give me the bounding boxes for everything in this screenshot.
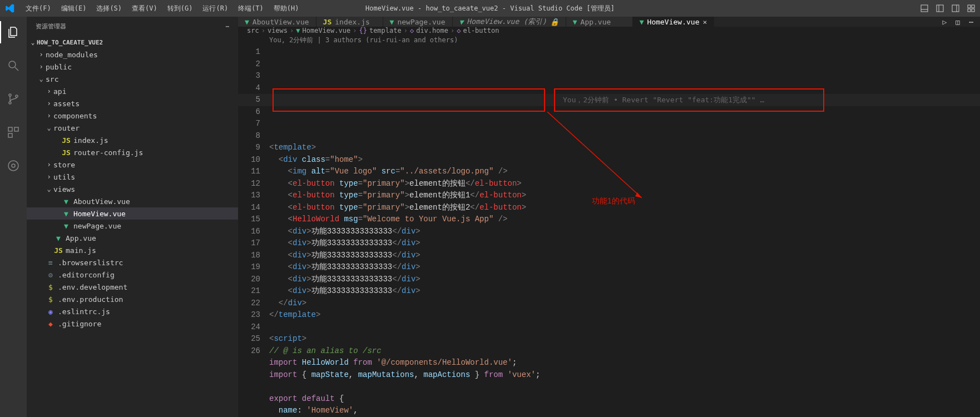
tree-item-AboutView.vue[interactable]: ▼AboutView.vue	[27, 195, 238, 207]
chevron-icon: ›	[44, 87, 53, 95]
activity-explorer[interactable]	[0, 21, 27, 43]
label: views	[53, 185, 75, 193]
tree-item-.env.development[interactable]: $.env.development	[27, 281, 238, 293]
activity-gitlens[interactable]	[0, 155, 27, 177]
tree-item-.browserslistrc[interactable]: ≡.browserslistrc	[27, 256, 238, 269]
breadcrumb-item[interactable]: ◇ el-button	[457, 27, 499, 34]
code-line-16[interactable]	[269, 321, 980, 334]
activity-extensions[interactable]	[0, 121, 27, 143]
code-line-9[interactable]: <div>功能33333333333333</div>	[269, 237, 980, 250]
svg-point-12	[9, 94, 11, 96]
code-line-11[interactable]: <div>功能33333333333333</div>	[269, 261, 980, 274]
tree-item-components[interactable]: ›components	[27, 110, 238, 122]
tree-item-node_modules[interactable]: ›node_modules	[27, 48, 238, 61]
code-line-12[interactable]: <div>功能33333333333333</div>	[269, 274, 980, 286]
code-line-19[interactable]: import HelloWorld from '@/components/Hel…	[269, 357, 980, 369]
code-line-18[interactable]: // @ is an alias to /src	[269, 345, 980, 358]
breadcrumb-item[interactable]: {} template	[359, 27, 401, 34]
tree-item-router[interactable]: ⌄router	[27, 122, 238, 134]
run-icon[interactable]: ▷	[943, 18, 947, 26]
code-line-1[interactable]: <template>	[269, 142, 980, 154]
code-line-23[interactable]: name: 'HomeView',	[269, 405, 980, 417]
svg-point-13	[9, 102, 11, 104]
layout-side-right-icon[interactable]	[951, 4, 960, 13]
tree-item-main.js[interactable]: JSmain.js	[27, 244, 238, 256]
code-content[interactable]: You，2分钟前 • Revert "Revert "feat:功能1完成"" …	[269, 46, 980, 417]
activity-scm[interactable]	[0, 88, 27, 110]
vue-icon: ▼	[245, 18, 249, 26]
label: assets	[53, 100, 80, 108]
tree-item-views[interactable]: ⌄views	[27, 183, 238, 195]
menu-文件(F)[interactable]: 文件(F)	[21, 2, 56, 16]
tree-item-.env.production[interactable]: $.env.production	[27, 293, 238, 305]
breadcrumb-item[interactable]: views	[268, 27, 288, 34]
tree-item-index.js[interactable]: JSindex.js	[27, 134, 238, 146]
svg-rect-2	[937, 5, 943, 12]
tree-item-.gitignore[interactable]: ◆.gitignore	[27, 317, 238, 330]
menu-选择(S)[interactable]: 选择(S)	[92, 2, 126, 16]
code-line-13[interactable]: <div>功能33333333333333</div>	[269, 285, 980, 297]
breadcrumb-item[interactable]: ▼ HomeView.vue	[296, 27, 350, 34]
activity-search[interactable]	[0, 54, 27, 77]
tree-item-api[interactable]: ›api	[27, 85, 238, 97]
menu-帮助(H)[interactable]: 帮助(H)	[269, 2, 304, 16]
code-line-2[interactable]: <div class="home">	[269, 154, 980, 166]
layout-side-left-icon[interactable]	[936, 4, 944, 13]
tree-item-HomeView.vue[interactable]: ▼HomeView.vue	[27, 207, 238, 220]
chevron-icon: ›	[44, 112, 53, 120]
split-icon[interactable]: ◫	[956, 18, 960, 26]
menu-终端(T)[interactable]: 终端(T)	[234, 2, 268, 16]
close-icon[interactable]: ×	[702, 18, 707, 26]
breadcrumb-item[interactable]: ◇ div.home	[410, 27, 448, 34]
code-line-21[interactable]	[269, 381, 980, 393]
menu-编辑(E)[interactable]: 编辑(E)	[57, 2, 91, 16]
tree-item-App.vue[interactable]: ▼App.vue	[27, 232, 238, 244]
label: .editorconfig	[58, 271, 115, 279]
code-line-20[interactable]: import { mapState, mapMutations, mapActi…	[269, 369, 980, 381]
tree-item-.editorconfig[interactable]: ⚙.editorconfig	[27, 269, 238, 281]
code-line-8[interactable]: <div>功能33333333333333</div>	[269, 226, 980, 238]
tree-item-assets[interactable]: ›assets	[27, 97, 238, 110]
chevron-icon: ›	[37, 51, 46, 58]
tab-HomeView.vue[interactable]: ▼HomeView.vue×	[633, 17, 715, 27]
code-line-10[interactable]: <div>功能33333333333333</div>	[269, 250, 980, 262]
tab-HomeView.vue (索引)[interactable]: ▼HomeView.vue (索引)🔒	[453, 17, 566, 27]
vue-icon: ▼	[640, 18, 644, 26]
menu-运行(R)[interactable]: 运行(R)	[198, 2, 232, 16]
more-icon[interactable]: ⋯	[969, 18, 973, 26]
tree-item-public[interactable]: ›public	[27, 61, 238, 73]
tab-label: AboutView.vue	[253, 18, 309, 26]
menu-查看(V)[interactable]: 查看(V)	[127, 2, 162, 16]
tab-newPage.vue[interactable]: ▼newPage.vue	[383, 17, 453, 27]
code-line-4[interactable]: <el-button type="primary">element的按钮</el…	[269, 178, 980, 190]
tab-index.js[interactable]: JSindex.js	[316, 17, 383, 27]
tree-item-newPage.vue[interactable]: ▼newPage.vue	[27, 220, 238, 232]
tab-App.vue[interactable]: ▼App.vue	[566, 17, 633, 27]
tree-item-src[interactable]: ⌄src	[27, 73, 238, 85]
file-tree: ›node_modules›public⌄src›api›assets›comp…	[27, 48, 238, 417]
code-editor[interactable]: 1234567891011121314151617181920212223242…	[238, 46, 980, 417]
tree-item-utils[interactable]: ›utils	[27, 171, 238, 183]
menu-bar: 文件(F)编辑(E)选择(S)查看(V)转到(G)运行(R)终端(T)帮助(H)	[21, 2, 304, 16]
svg-line-11	[15, 67, 18, 71]
tree-item-store[interactable]: ›store	[27, 158, 238, 171]
code-line-15[interactable]: </template>	[269, 309, 980, 321]
tree-item-.eslintrc.js[interactable]: ◉.eslintrc.js	[27, 305, 238, 317]
code-line-14[interactable]: </div>	[269, 297, 980, 310]
menu-转到(G)[interactable]: 转到(G)	[163, 2, 197, 16]
folder-section-header[interactable]: ⌄ HOW_TO_CAEATE_VUE2	[27, 36, 238, 48]
label: .browserslistrc	[58, 259, 123, 267]
svg-rect-0	[921, 5, 928, 12]
label: AboutView.vue	[73, 197, 130, 206]
code-line-3[interactable]: <img alt="Vue logo" src="../assets/logo.…	[269, 166, 980, 178]
chevron-icon: ⌄	[44, 124, 53, 132]
tree-item-router-config.js[interactable]: JSrouter-config.js	[27, 146, 238, 158]
code-line-7[interactable]: <HelloWorld msg="Welcome to Your Vue.js …	[269, 214, 980, 226]
code-line-22[interactable]: export default {	[269, 393, 980, 405]
sidebar-more-icon[interactable]: ⋯	[225, 23, 229, 30]
customize-layout-icon[interactable]	[967, 4, 976, 13]
tab-AboutView.vue[interactable]: ▼AboutView.vue	[238, 17, 316, 27]
code-line-17[interactable]: <script>	[269, 333, 980, 345]
breadcrumb-item[interactable]: src	[247, 27, 259, 34]
layout-panel-icon[interactable]	[920, 4, 929, 13]
